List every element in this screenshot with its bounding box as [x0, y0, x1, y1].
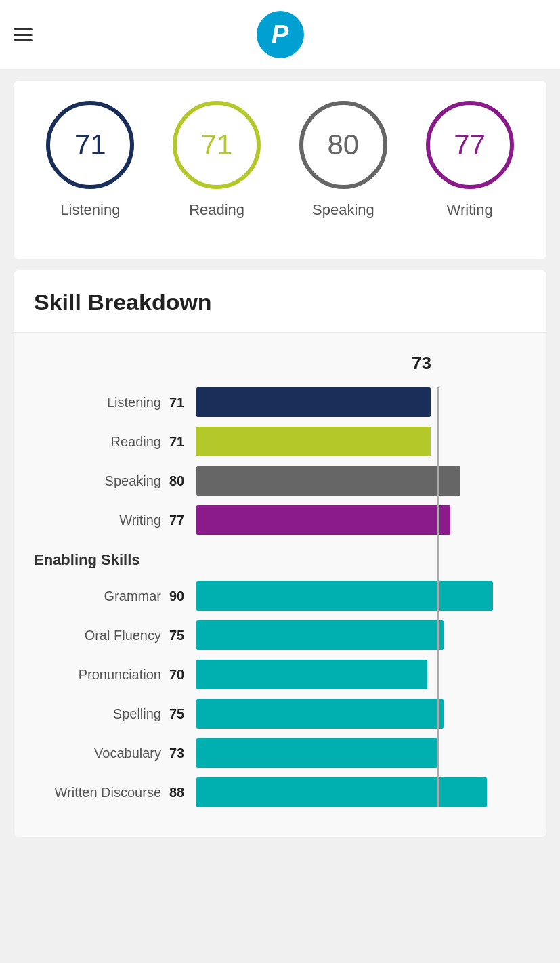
skill-label-speaking: Speaking [312, 201, 374, 219]
overall-score: 73 [412, 353, 431, 373]
circle-listening: 71 [46, 101, 134, 189]
score-circles-card: 71 Listening 71 Reading 80 Speaking 77 W… [14, 81, 546, 259]
bar-value-reading: 71 [169, 434, 190, 450]
score-item-writing: 77 Writing [426, 101, 514, 219]
bar-writing [196, 505, 450, 535]
bar-value-oral-fluency: 75 [169, 628, 190, 643]
bar-row-vocabulary: Vocabulary 73 [34, 738, 526, 768]
bar-row-spelling: Spelling 75 [34, 699, 526, 729]
bar-value-grammar: 90 [169, 588, 190, 604]
bar-label-grammar: Grammar [34, 588, 169, 604]
bar-row-writing: Writing 77 [34, 505, 526, 535]
bar-container-listening [196, 387, 526, 417]
bar-value-speaking: 80 [169, 473, 190, 489]
bar-label-listening: Listening [34, 395, 169, 410]
skill-breakdown-card: Skill Breakdown 73 Listening 71 Reading … [14, 270, 546, 837]
bar-label-vocabulary: Vocabulary [34, 746, 169, 761]
bar-vocabulary [196, 738, 437, 768]
bar-value-writing: 77 [169, 513, 190, 528]
breakdown-content: 73 Listening 71 Reading 71 Speaking 80 W… [14, 333, 546, 837]
circle-score-speaking: 80 [328, 129, 360, 161]
bar-row-reading: Reading 71 [34, 427, 526, 456]
score-item-listening: 71 Listening [46, 101, 134, 219]
circle-speaking: 80 [299, 101, 387, 189]
bar-container-pronunciation [196, 660, 526, 689]
bar-value-spelling: 75 [169, 706, 190, 722]
bar-container-grammar [196, 581, 526, 611]
bar-label-writing: Writing [34, 513, 169, 528]
bar-row-speaking: Speaking 80 [34, 466, 526, 496]
circle-score-reading: 71 [201, 129, 233, 161]
bar-container-vocabulary [196, 738, 526, 768]
bar-container-spelling [196, 699, 526, 729]
menu-button[interactable] [14, 28, 33, 41]
bar-pronunciation [196, 660, 427, 689]
skill-label-reading: Reading [189, 201, 244, 219]
logo: P [257, 11, 304, 58]
bar-label-pronunciation: Pronunciation [34, 667, 169, 683]
bar-spelling [196, 699, 444, 729]
bar-speaking [196, 466, 460, 496]
bars-wrapper: Listening 71 Reading 71 Speaking 80 Writ… [34, 387, 526, 807]
bar-listening [196, 387, 431, 417]
bar-row-pronunciation: Pronunciation 70 [34, 660, 526, 689]
bar-reading [196, 427, 431, 456]
breakdown-title: Skill Breakdown [34, 289, 212, 315]
logo-letter: P [272, 22, 288, 47]
bar-label-reading: Reading [34, 434, 169, 450]
bar-row-listening: Listening 71 [34, 387, 526, 417]
bar-value-written-discourse: 88 [169, 785, 190, 800]
bar-value-vocabulary: 73 [169, 746, 190, 761]
score-item-reading: 71 Reading [173, 101, 261, 219]
circle-writing: 77 [426, 101, 514, 189]
overall-label: 73 [34, 353, 431, 374]
bar-row-oral-fluency: Oral Fluency 75 [34, 620, 526, 650]
bar-grammar [196, 581, 493, 611]
bar-written-discourse [196, 777, 487, 807]
bar-label-spelling: Spelling [34, 706, 169, 722]
score-item-speaking: 80 Speaking [299, 101, 387, 219]
skill-label-listening: Listening [60, 201, 120, 219]
bar-label-oral-fluency: Oral Fluency [34, 628, 169, 643]
bar-label-speaking: Speaking [34, 473, 169, 489]
circle-reading: 71 [173, 101, 261, 189]
breakdown-header: Skill Breakdown [14, 270, 546, 333]
bar-label-written-discourse: Written Discourse [34, 785, 169, 800]
bar-container-reading [196, 427, 526, 456]
score-circles-row: 71 Listening 71 Reading 80 Speaking 77 W… [27, 101, 533, 219]
bar-container-oral-fluency [196, 620, 526, 650]
header: P [0, 0, 560, 70]
bars-area: Listening 71 Reading 71 Speaking 80 Writ… [34, 387, 526, 807]
enabling-skills-label: Enabling Skills [34, 551, 526, 569]
bar-value-pronunciation: 70 [169, 667, 190, 683]
bar-container-writing [196, 505, 526, 535]
circle-score-listening: 71 [74, 129, 106, 161]
bar-row-written-discourse: Written Discourse 88 [34, 777, 526, 807]
bar-container-written-discourse [196, 777, 526, 807]
circle-score-writing: 77 [454, 129, 486, 161]
bar-oral-fluency [196, 620, 444, 650]
bar-row-grammar: Grammar 90 [34, 581, 526, 611]
bar-value-listening: 71 [169, 395, 190, 410]
skill-label-writing: Writing [447, 201, 493, 219]
bar-container-speaking [196, 466, 526, 496]
